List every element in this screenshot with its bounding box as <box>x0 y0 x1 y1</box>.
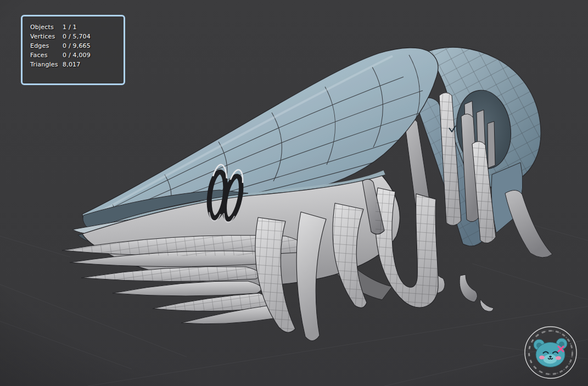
stat-row: Faces 0 / 4,009 <box>30 51 124 60</box>
stat-label: Faces <box>30 51 63 60</box>
stat-row: Triangles 8,017 <box>30 60 124 69</box>
bear-blush-right <box>556 356 561 360</box>
stat-value: 0 / 4,009 <box>63 51 124 60</box>
stat-row: Edges 0 / 9,665 <box>30 41 124 51</box>
stat-row: Vertices 0 / 5,704 <box>30 32 124 41</box>
stat-label: Vertices <box>30 32 63 41</box>
stat-value: 8,017 <box>63 60 124 69</box>
stat-label: Objects <box>30 23 63 32</box>
bear-blush-left <box>539 356 545 360</box>
stat-row: Objects 1 / 1 <box>30 23 124 32</box>
watermark-logo <box>520 322 581 383</box>
stat-label: Edges <box>30 41 63 51</box>
statistics-overlay: Objects 1 / 1 Vertices 0 / 5,704 Edges 0… <box>21 15 125 85</box>
bear-nose <box>549 356 552 358</box>
bear-face-icon <box>534 338 567 367</box>
stat-value: 1 / 1 <box>63 23 124 32</box>
stat-label: Triangles <box>30 60 63 69</box>
stat-value: 0 / 5,704 <box>63 32 124 41</box>
stat-value: 0 / 9,665 <box>63 41 124 51</box>
viewport-3d[interactable]: Objects 1 / 1 Vertices 0 / 5,704 Edges 0… <box>0 0 588 386</box>
